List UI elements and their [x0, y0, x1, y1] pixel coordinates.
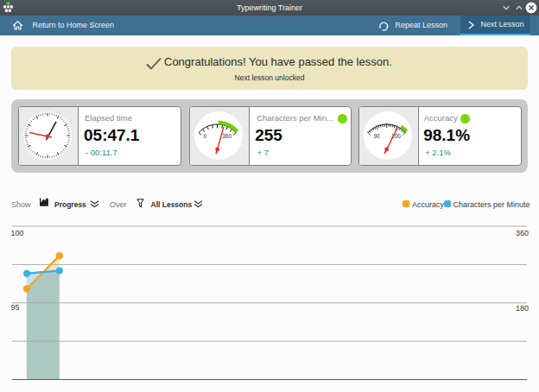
svg-text:0: 0 — [203, 133, 206, 139]
svg-text:360: 360 — [222, 133, 231, 139]
svg-text:90: 90 — [373, 133, 380, 139]
